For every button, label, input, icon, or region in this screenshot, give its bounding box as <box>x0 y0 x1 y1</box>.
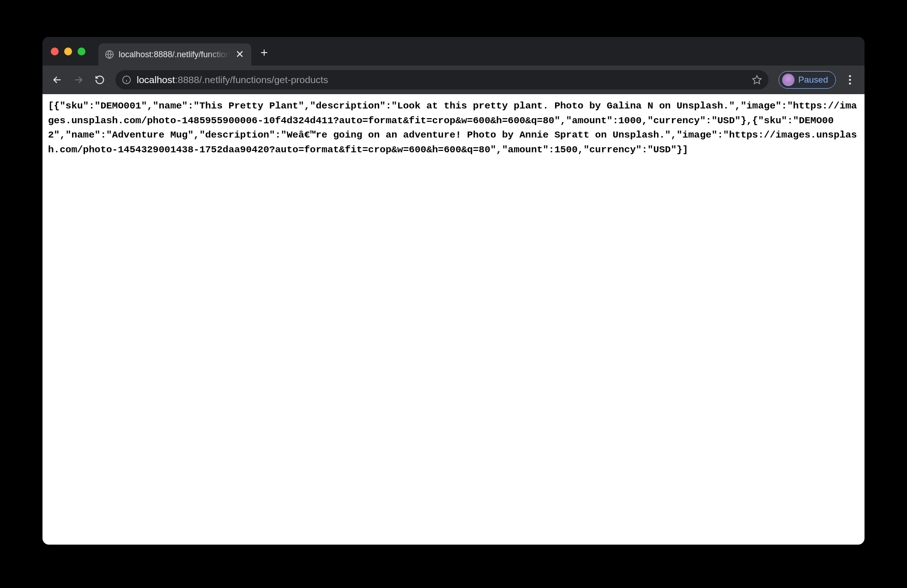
window-controls <box>51 37 98 66</box>
svg-marker-8 <box>752 76 761 84</box>
url-host: localhost <box>137 74 175 85</box>
new-tab-button[interactable] <box>251 43 277 66</box>
overflow-menu-button[interactable] <box>840 71 859 89</box>
maximize-window-button[interactable] <box>78 48 85 55</box>
tab-title: localhost:8888/.netlify/function <box>119 50 230 60</box>
globe-icon <box>105 50 114 59</box>
browser-tab[interactable]: localhost:8888/.netlify/function ✕ <box>98 43 251 66</box>
reload-button[interactable] <box>91 71 109 89</box>
url-text: localhost:8888/.netlify/functions/get-pr… <box>137 74 746 85</box>
response-body: [{"sku":"DEMO001","name":"This Pretty Pl… <box>48 99 859 157</box>
minimize-window-button[interactable] <box>64 48 72 55</box>
close-tab-icon[interactable]: ✕ <box>235 48 245 60</box>
profile-chip[interactable]: Paused <box>779 71 836 89</box>
tab-strip: localhost:8888/.netlify/function ✕ <box>42 37 865 66</box>
back-button[interactable] <box>48 71 67 89</box>
svg-point-11 <box>849 83 851 84</box>
profile-status-label: Paused <box>798 75 828 85</box>
url-rest: :8888/.netlify/functions/get-products <box>175 74 328 85</box>
site-info-icon[interactable] <box>122 75 131 84</box>
address-bar[interactable]: localhost:8888/.netlify/functions/get-pr… <box>115 70 768 90</box>
bookmark-star-icon[interactable] <box>752 75 762 85</box>
forward-button[interactable] <box>69 71 88 89</box>
avatar-icon <box>782 73 795 86</box>
browser-window: localhost:8888/.netlify/function ✕ <box>42 37 865 545</box>
page-viewport[interactable]: [{"sku":"DEMO001","name":"This Pretty Pl… <box>42 94 865 545</box>
toolbar: localhost:8888/.netlify/functions/get-pr… <box>42 66 865 94</box>
svg-point-9 <box>849 75 851 77</box>
svg-point-10 <box>849 79 851 81</box>
close-window-button[interactable] <box>51 48 59 55</box>
